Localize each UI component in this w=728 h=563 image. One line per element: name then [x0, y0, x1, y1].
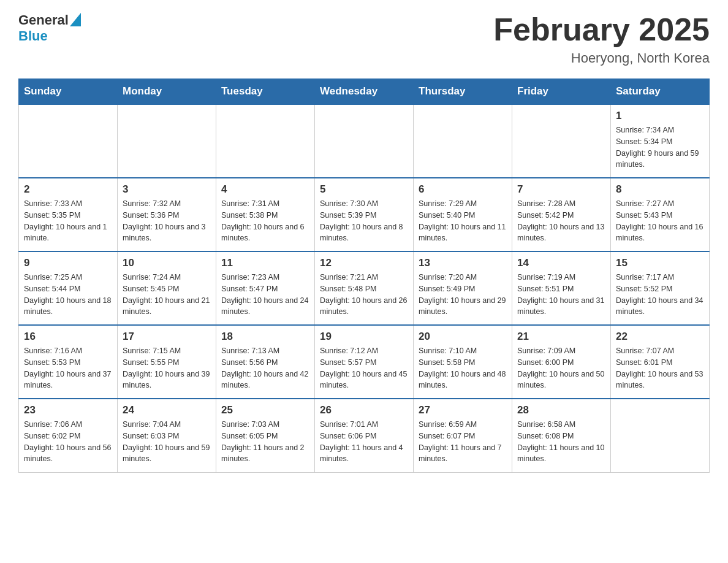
day-number: 9 [24, 257, 112, 269]
table-row: 19Sunrise: 7:12 AM Sunset: 5:57 PM Dayli… [315, 325, 414, 399]
table-row: 13Sunrise: 7:20 AM Sunset: 5:49 PM Dayli… [414, 251, 512, 325]
logo-triangle-icon [70, 13, 81, 26]
day-info: Sunrise: 7:30 AM Sunset: 5:39 PM Dayligh… [320, 198, 408, 244]
day-number: 13 [419, 257, 507, 269]
calendar-week-row: 1Sunrise: 7:34 AM Sunset: 5:34 PM Daylig… [19, 104, 710, 178]
day-info: Sunrise: 7:06 AM Sunset: 6:02 PM Dayligh… [24, 419, 112, 465]
day-info: Sunrise: 7:09 AM Sunset: 6:00 PM Dayligh… [517, 345, 605, 391]
day-number: 12 [320, 257, 408, 269]
day-info: Sunrise: 7:29 AM Sunset: 5:40 PM Dayligh… [419, 198, 507, 244]
table-row: 4Sunrise: 7:31 AM Sunset: 5:38 PM Daylig… [216, 178, 315, 251]
table-row: 6Sunrise: 7:29 AM Sunset: 5:40 PM Daylig… [414, 178, 512, 251]
table-row: 11Sunrise: 7:23 AM Sunset: 5:47 PM Dayli… [216, 251, 315, 325]
calendar-week-row: 16Sunrise: 7:16 AM Sunset: 5:53 PM Dayli… [19, 325, 710, 399]
table-row: 23Sunrise: 7:06 AM Sunset: 6:02 PM Dayli… [19, 399, 118, 472]
day-number: 25 [221, 404, 309, 416]
day-number: 2 [24, 183, 112, 196]
day-number: 3 [123, 183, 211, 196]
day-number: 18 [221, 331, 309, 343]
day-number: 26 [320, 404, 408, 416]
calendar-week-row: 9Sunrise: 7:25 AM Sunset: 5:44 PM Daylig… [19, 251, 710, 325]
calendar-table: Sunday Monday Tuesday Wednesday Thursday… [18, 79, 710, 473]
day-number: 15 [616, 257, 704, 269]
table-row: 27Sunrise: 6:59 AM Sunset: 6:07 PM Dayli… [414, 399, 512, 472]
day-info: Sunrise: 7:19 AM Sunset: 5:51 PM Dayligh… [517, 272, 605, 318]
table-row [414, 104, 512, 178]
day-number: 17 [123, 331, 211, 343]
day-info: Sunrise: 7:03 AM Sunset: 6:05 PM Dayligh… [221, 419, 309, 465]
table-row: 21Sunrise: 7:09 AM Sunset: 6:00 PM Dayli… [512, 325, 611, 399]
day-number: 23 [24, 404, 112, 416]
day-info: Sunrise: 7:28 AM Sunset: 5:42 PM Dayligh… [517, 198, 605, 244]
day-info: Sunrise: 7:24 AM Sunset: 5:45 PM Dayligh… [123, 272, 211, 318]
table-row: 3Sunrise: 7:32 AM Sunset: 5:36 PM Daylig… [118, 178, 216, 251]
calendar-title: February 2025 [493, 12, 710, 47]
day-number: 19 [320, 331, 408, 343]
day-number: 7 [517, 183, 605, 196]
col-saturday: Saturday [611, 79, 710, 105]
day-info: Sunrise: 7:13 AM Sunset: 5:56 PM Dayligh… [221, 345, 309, 391]
day-info: Sunrise: 7:27 AM Sunset: 5:43 PM Dayligh… [616, 198, 704, 244]
table-row [19, 104, 118, 178]
day-number: 28 [517, 404, 605, 416]
page-header: General Blue February 2025 Hoeryong, Nor… [18, 12, 710, 66]
table-row: 9Sunrise: 7:25 AM Sunset: 5:44 PM Daylig… [19, 251, 118, 325]
table-row: 12Sunrise: 7:21 AM Sunset: 5:48 PM Dayli… [315, 251, 414, 325]
table-row: 1Sunrise: 7:34 AM Sunset: 5:34 PM Daylig… [611, 104, 710, 178]
day-info: Sunrise: 7:12 AM Sunset: 5:57 PM Dayligh… [320, 345, 408, 391]
day-number: 11 [221, 257, 309, 269]
day-number: 22 [616, 331, 704, 343]
svg-marker-0 [70, 13, 81, 26]
calendar-week-row: 2Sunrise: 7:33 AM Sunset: 5:35 PM Daylig… [19, 178, 710, 251]
day-number: 14 [517, 257, 605, 269]
title-area: February 2025 Hoeryong, North Korea [493, 12, 710, 66]
day-info: Sunrise: 6:59 AM Sunset: 6:07 PM Dayligh… [419, 419, 507, 465]
day-number: 27 [419, 404, 507, 416]
day-info: Sunrise: 7:10 AM Sunset: 5:58 PM Dayligh… [419, 345, 507, 391]
col-friday: Friday [512, 79, 611, 105]
logo-text-general: General [18, 12, 69, 28]
day-number: 1 [616, 110, 704, 122]
table-row: 26Sunrise: 7:01 AM Sunset: 6:06 PM Dayli… [315, 399, 414, 472]
table-row: 25Sunrise: 7:03 AM Sunset: 6:05 PM Dayli… [216, 399, 315, 472]
day-info: Sunrise: 7:16 AM Sunset: 5:53 PM Dayligh… [24, 345, 112, 391]
table-row: 16Sunrise: 7:16 AM Sunset: 5:53 PM Dayli… [19, 325, 118, 399]
day-number: 24 [123, 404, 211, 416]
col-monday: Monday [118, 79, 216, 105]
calendar-subtitle: Hoeryong, North Korea [493, 50, 710, 66]
day-number: 21 [517, 331, 605, 343]
day-info: Sunrise: 7:21 AM Sunset: 5:48 PM Dayligh… [320, 272, 408, 318]
col-tuesday: Tuesday [216, 79, 315, 105]
table-row: 10Sunrise: 7:24 AM Sunset: 5:45 PM Dayli… [118, 251, 216, 325]
day-info: Sunrise: 7:31 AM Sunset: 5:38 PM Dayligh… [221, 198, 309, 244]
day-info: Sunrise: 7:01 AM Sunset: 6:06 PM Dayligh… [320, 419, 408, 465]
table-row: 22Sunrise: 7:07 AM Sunset: 6:01 PM Dayli… [611, 325, 710, 399]
table-row: 15Sunrise: 7:17 AM Sunset: 5:52 PM Dayli… [611, 251, 710, 325]
day-info: Sunrise: 6:58 AM Sunset: 6:08 PM Dayligh… [517, 419, 605, 465]
day-number: 20 [419, 331, 507, 343]
day-info: Sunrise: 7:25 AM Sunset: 5:44 PM Dayligh… [24, 272, 112, 318]
logo: General Blue [18, 12, 81, 44]
day-number: 4 [221, 183, 309, 196]
col-wednesday: Wednesday [315, 79, 414, 105]
day-info: Sunrise: 7:33 AM Sunset: 5:35 PM Dayligh… [24, 198, 112, 244]
day-info: Sunrise: 7:07 AM Sunset: 6:01 PM Dayligh… [616, 345, 704, 391]
table-row: 18Sunrise: 7:13 AM Sunset: 5:56 PM Dayli… [216, 325, 315, 399]
table-row: 7Sunrise: 7:28 AM Sunset: 5:42 PM Daylig… [512, 178, 611, 251]
day-number: 8 [616, 183, 704, 196]
table-row: 28Sunrise: 6:58 AM Sunset: 6:08 PM Dayli… [512, 399, 611, 472]
table-row [512, 104, 611, 178]
table-row: 5Sunrise: 7:30 AM Sunset: 5:39 PM Daylig… [315, 178, 414, 251]
table-row: 2Sunrise: 7:33 AM Sunset: 5:35 PM Daylig… [19, 178, 118, 251]
day-number: 16 [24, 331, 112, 343]
day-info: Sunrise: 7:23 AM Sunset: 5:47 PM Dayligh… [221, 272, 309, 318]
col-sunday: Sunday [19, 79, 118, 105]
day-info: Sunrise: 7:15 AM Sunset: 5:55 PM Dayligh… [123, 345, 211, 391]
col-thursday: Thursday [414, 79, 512, 105]
table-row [216, 104, 315, 178]
table-row [611, 399, 710, 472]
table-row: 14Sunrise: 7:19 AM Sunset: 5:51 PM Dayli… [512, 251, 611, 325]
logo-text-blue: Blue [18, 28, 48, 44]
table-row: 20Sunrise: 7:10 AM Sunset: 5:58 PM Dayli… [414, 325, 512, 399]
table-row [315, 104, 414, 178]
